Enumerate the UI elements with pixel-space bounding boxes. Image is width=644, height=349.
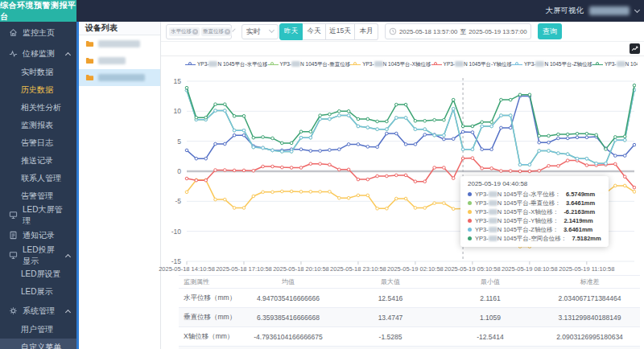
legend-label: YP3-N 1045平台-Y轴位移: [444, 61, 512, 68]
date-end: 2025-05-19 13:57:00: [469, 28, 526, 35]
redacted-text: [208, 61, 217, 67]
table-cell: 4.947035416666666: [237, 289, 340, 307]
line-chart-toggle-icon[interactable]: [630, 43, 640, 54]
redacted-text: [489, 209, 497, 215]
sidebar-subitem-report[interactable]: 监测报表: [0, 117, 76, 134]
svg-text:2025-05-19 11:10:58: 2025-05-19 11:10:58: [559, 265, 614, 273]
username-redacted: [589, 6, 630, 15]
metric-tag[interactable]: 水平位移×: [169, 27, 200, 36]
date-range-input[interactable]: 2025-05-18 13:57:00 至 2025-05-19 13:57:0…: [385, 23, 531, 39]
sidebar-item-displacement[interactable]: 位移监测: [0, 43, 76, 64]
folder-icon: [85, 73, 94, 82]
legend-item-3[interactable]: YP3-N 1045平台-X轴位移: [350, 61, 431, 68]
redacted-text: [489, 236, 497, 241]
mode-select[interactable]: 实时: [242, 24, 279, 39]
tooltip-value: -6.2163mm: [564, 208, 595, 216]
svg-text:-10: -10: [171, 228, 182, 236]
sidebar-item-led-screen[interactable]: LED大屏管理: [0, 205, 76, 225]
svg-text:2025-05-19 08:10:58: 2025-05-19 08:10:58: [502, 265, 558, 273]
tooltip-series-label: YP3-N 1045平台-Y轴位移：: [475, 217, 559, 225]
tooltip-row: YP3-N 1045平台-Z轴位移：3.6461mm: [468, 225, 601, 234]
sidebar-item-system[interactable]: 系统管理: [0, 301, 76, 321]
legend-label: YP3-N 1045平台-X轴位移: [362, 61, 431, 68]
main-content: 水平位移×垂直位移× 实时 昨天今天近15天本月 2025-05-18 13:5…: [161, 22, 644, 349]
table-row[interactable]: 垂直位移（mm）6.35938541666666813.47471.10593.…: [179, 308, 640, 327]
redacted-text: [455, 61, 464, 67]
svg-text:2025-05-19 05:10:58: 2025-05-19 05:10:58: [444, 265, 501, 273]
legend-item-4[interactable]: YP3-N 1045平台-Y轴位移: [431, 61, 512, 68]
tooltip-value: 3.6461mm: [566, 199, 595, 207]
sidebar-subitem-alarm-log[interactable]: 告警日志: [0, 134, 76, 152]
tooltip-series-label: YP3-N 1045平台-空间合位移：: [475, 235, 567, 243]
metric-multiselect[interactable]: 水平位移×垂直位移×: [166, 24, 232, 39]
sidebar-item-led-cast[interactable]: LED投屏显示: [0, 245, 76, 265]
sidebar-subitem-user-mgmt[interactable]: 用户管理: [0, 321, 76, 339]
folder-icon: [85, 39, 94, 48]
table-cell: 3.131299840188149: [539, 308, 640, 326]
quick-range-1[interactable]: 昨天: [279, 23, 303, 40]
tooltip-rows: YP3-N 1045平台-水平位移：6.5749mmYP3-N 1045平台-垂…: [468, 190, 601, 243]
quick-range-2[interactable]: 今天: [303, 23, 326, 40]
device-item[interactable]: [79, 35, 160, 52]
sidebar-item-notice[interactable]: 通知记录: [0, 225, 76, 245]
sidebar-subitem-history[interactable]: 历史数据: [0, 81, 76, 99]
legend-item-1[interactable]: YP3-N 1045平台-水平位移: [185, 61, 268, 68]
topbar-right: 大屏可视化: [546, 0, 640, 22]
series-markers: [185, 88, 636, 166]
sidebar-subitem-contacts[interactable]: 联系人管理: [0, 170, 76, 187]
table-cell: -1.5285: [340, 327, 441, 346]
svg-text:2025-05-18 23:10:58: 2025-05-18 23:10:58: [330, 265, 386, 273]
svg-text:-5: -5: [175, 197, 181, 205]
redacted-text: [291, 61, 300, 67]
quick-range-3[interactable]: 近15天: [326, 23, 355, 40]
chart-tooltip: 2025-05-19 04:40:58 YP3-N 1045平台-水平位移：6.…: [460, 176, 609, 247]
svg-text:0: 0: [177, 167, 181, 175]
redacted-text: [489, 200, 497, 206]
metric-tag[interactable]: 垂直位移×: [201, 27, 232, 36]
device-name-redacted: [98, 57, 126, 64]
device-item[interactable]: [79, 69, 160, 86]
query-button[interactable]: 查询: [538, 23, 562, 39]
series-dot-icon: [468, 210, 472, 214]
table-cell: 垂直位移（mm）: [179, 308, 237, 326]
filter-bar: 水平位移×垂直位移× 实时 昨天今天近15天本月 2025-05-18 13:5…: [161, 22, 644, 42]
legend-item-2[interactable]: YP3-N 1045平台-垂直位移: [268, 61, 351, 68]
x-axis-ticks: [187, 261, 587, 265]
sidebar-subitem-custom-menu[interactable]: 自定义菜单: [0, 339, 76, 349]
device-list: [79, 35, 160, 86]
device-panel: 设备列表: [79, 22, 161, 349]
sidebar-subitem-alarm-mgmt[interactable]: 告警管理: [0, 187, 76, 205]
tooltip-value: 6.5749mm: [566, 191, 595, 198]
table-header-cell: 最小值: [441, 276, 539, 288]
table-row[interactable]: 水平位移（mm）4.94703541666666612.54162.11612.…: [179, 289, 640, 308]
legend-item-5[interactable]: YP3-N 1045平台-Z轴位移: [512, 61, 592, 68]
sidebar-item-home[interactable]: 监控主页: [0, 22, 76, 43]
sidebar-subitem-realtime[interactable]: 实时数据: [0, 64, 76, 81]
svg-text:2025-05-18 17:10:58: 2025-05-18 17:10:58: [216, 265, 272, 273]
clock-icon: [389, 27, 397, 35]
device-name-redacted: [98, 40, 140, 47]
sidebar-subitem-led-setting[interactable]: LED屏设置: [0, 265, 76, 283]
quick-range-4[interactable]: 本月: [355, 23, 378, 40]
notice-icon: [9, 231, 18, 240]
legend-item-6[interactable]: YP3-N 1045平台-空间合位移: [592, 61, 638, 68]
sidebar-item-label: 监控主页: [23, 27, 70, 39]
series-dot-icon: [468, 236, 472, 240]
close-icon[interactable]: ×: [225, 29, 230, 35]
tooltip-series-label: YP3-N 1045平台-垂直位移：: [475, 199, 561, 207]
big-screen-link[interactable]: 大屏可视化: [546, 6, 584, 16]
chevron-down-icon[interactable]: [634, 6, 640, 12]
monitor-icon: [9, 251, 18, 260]
table-header-cell: 监测属性: [179, 276, 237, 288]
sidebar-subitem-push-log[interactable]: 推送记录: [0, 152, 76, 170]
sidebar-subitem-led-display[interactable]: LED展示: [0, 283, 76, 301]
tooltip-series-label: YP3-N 1045平台-Z轴位移：: [475, 226, 559, 234]
tooltip-value: 2.1419mm: [564, 217, 592, 224]
sidebar-subitem-correlation[interactable]: 相关性分析: [0, 99, 76, 117]
close-icon[interactable]: ×: [192, 29, 198, 35]
table-row[interactable]: X轴位移（mm）-4.7936104166666675-1.5285-12.54…: [179, 327, 640, 347]
monitor-icon: [9, 211, 18, 220]
device-item[interactable]: [79, 52, 160, 69]
chevron-up-icon: [65, 51, 71, 57]
table-cell: 水平位移（mm）: [179, 289, 237, 307]
